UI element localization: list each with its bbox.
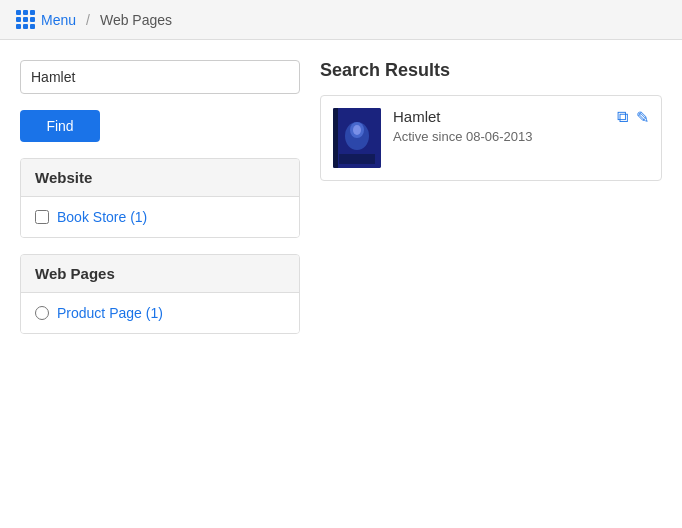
- website-filter-header: Website: [21, 159, 299, 197]
- website-filter-body: Book Store (1): [21, 197, 299, 237]
- bookstore-checkbox[interactable]: [35, 210, 49, 224]
- result-info: Hamlet Active since 08-06-2013: [393, 108, 649, 144]
- result-thumbnail: [333, 108, 381, 168]
- result-card: Hamlet Active since 08-06-2013 ⧉ ✎: [320, 95, 662, 181]
- product-page-label[interactable]: Product Page (1): [57, 305, 163, 321]
- results-title: Search Results: [320, 60, 662, 81]
- svg-rect-5: [333, 108, 338, 168]
- webpages-filter-body: Product Page (1): [21, 293, 299, 333]
- svg-point-4: [353, 125, 361, 135]
- edit-icon[interactable]: ✎: [636, 108, 649, 127]
- result-actions: ⧉ ✎: [617, 108, 649, 127]
- find-button[interactable]: Find: [20, 110, 100, 142]
- website-filter-section: Website Book Store (1): [20, 158, 300, 238]
- product-page-radio[interactable]: [35, 306, 49, 320]
- topbar-section-label: Web Pages: [100, 12, 172, 28]
- svg-rect-6: [339, 154, 375, 164]
- result-name: Hamlet: [393, 108, 649, 125]
- webpages-filter-header: Web Pages: [21, 255, 299, 293]
- webpages-filter-item: Product Page (1): [35, 305, 285, 321]
- right-panel: Search Results Ha: [320, 60, 662, 334]
- search-input[interactable]: [20, 60, 300, 94]
- copy-icon[interactable]: ⧉: [617, 108, 628, 127]
- website-filter-item: Book Store (1): [35, 209, 285, 225]
- main-container: Find Website Book Store (1) Web Pages Pr…: [0, 40, 682, 354]
- left-panel: Find Website Book Store (1) Web Pages Pr…: [20, 60, 300, 334]
- topbar-separator: /: [86, 12, 90, 28]
- topbar: Menu / Web Pages: [0, 0, 682, 40]
- result-subtitle: Active since 08-06-2013: [393, 129, 649, 144]
- topbar-menu-label[interactable]: Menu: [41, 12, 76, 28]
- webpages-filter-section: Web Pages Product Page (1): [20, 254, 300, 334]
- menu-grid-icon[interactable]: [16, 10, 35, 29]
- bookstore-label[interactable]: Book Store (1): [57, 209, 147, 225]
